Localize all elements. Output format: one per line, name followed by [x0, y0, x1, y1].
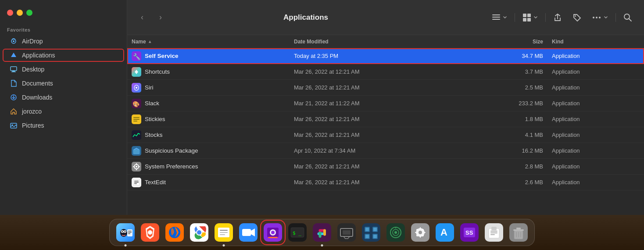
svg-rect-68 — [220, 230, 228, 231]
dock-item-finder[interactable] — [114, 221, 137, 244]
sidebar-item-applications[interactable]: Applications — [3, 49, 124, 62]
dock-item-selfservice2[interactable]: SS — [458, 221, 481, 244]
minimize-button[interactable] — [17, 10, 23, 16]
dock-item-proximity[interactable] — [384, 221, 407, 244]
file-row-textedit[interactable]: TextEdit Mar 26, 2022 at 12:21 AM 2.6 MB… — [127, 175, 644, 190]
file-row-stickies[interactable]: Stickies Mar 26, 2022 at 12:21 AM 1.8 MB… — [127, 111, 644, 127]
stocks-name: Stocks — [145, 132, 163, 138]
system-preferences-size: 2.8 MB — [495, 163, 552, 170]
file-row-siri[interactable]: Siri Mar 26, 2022 at 12:21 AM 2.5 MB App… — [127, 80, 644, 96]
sidebar-item-documents[interactable]: Documents — [3, 77, 124, 90]
svg-text:🎨: 🎨 — [132, 100, 140, 108]
svg-rect-88 — [343, 230, 351, 235]
dock-item-clipboard[interactable] — [483, 221, 505, 244]
dock-item-slack-dock[interactable] — [311, 221, 333, 244]
name-header[interactable]: Name ▲ — [132, 39, 294, 45]
sidebar-item-airdrop[interactable]: AirDrop — [3, 35, 124, 48]
list-view-button[interactable] — [489, 11, 510, 24]
self-service-kind: Application — [552, 53, 640, 59]
svg-rect-6 — [11, 123, 17, 128]
svg-rect-8 — [492, 14, 500, 15]
dock-item-self-service[interactable] — [261, 221, 284, 244]
svg-rect-13 — [523, 18, 526, 21]
more-options-button[interactable] — [589, 11, 611, 25]
applications-label: Applications — [22, 52, 55, 59]
sidebar-item-desktop[interactable]: Desktop — [3, 63, 124, 76]
pictures-label: Pictures — [22, 122, 44, 129]
date-header[interactable]: Date Modified — [294, 39, 495, 45]
divider-2 — [545, 13, 546, 22]
dock-item-notes[interactable] — [212, 221, 235, 244]
svg-rect-14 — [527, 18, 531, 21]
grid-view-button[interactable] — [519, 11, 541, 24]
dock-item-firefox[interactable] — [163, 221, 186, 244]
svg-rect-83 — [319, 231, 322, 238]
dock-item-trash[interactable] — [507, 221, 530, 244]
dock-item-brave[interactable] — [139, 221, 161, 244]
finder-window: Favorites AirDrop Applications — [0, 0, 644, 215]
textedit-size: 2.6 MB — [495, 179, 552, 186]
maximize-button[interactable] — [26, 10, 32, 16]
svg-rect-94 — [365, 228, 369, 231]
sidebar-item-jorozco[interactable]: jorozco — [3, 105, 124, 118]
finder-dot — [125, 244, 127, 246]
toolbar-actions — [489, 11, 635, 25]
sidebar-item-pictures[interactable]: Pictures — [3, 119, 124, 132]
dock-item-zoom[interactable] — [237, 221, 260, 244]
svg-rect-54 — [127, 229, 132, 236]
divider-1 — [515, 13, 515, 22]
svg-rect-124 — [490, 234, 495, 235]
downloads-icon — [10, 93, 18, 101]
svg-rect-4 — [11, 71, 16, 72]
dock-item-terminal[interactable]: $ _ — [286, 221, 309, 244]
svg-rect-128 — [516, 228, 521, 230]
dock-item-chrome[interactable] — [188, 221, 211, 244]
svg-point-53 — [125, 231, 126, 232]
slack-icon: 🎨 — [132, 99, 141, 108]
stocks-icon — [132, 130, 141, 140]
file-row-stocks[interactable]: Stocks Mar 26, 2022 at 12:21 AM 4.1 MB A… — [127, 127, 644, 143]
svg-rect-11 — [523, 14, 526, 17]
svg-point-59 — [148, 230, 152, 235]
file-row-self-service[interactable]: 🔧 Self Service Today at 2:35 PM 34.7 MB … — [127, 48, 644, 64]
svg-rect-29 — [133, 117, 140, 118]
desktop-label: Desktop — [22, 66, 44, 73]
file-row-shortcuts[interactable]: Shortcuts Mar 26, 2022 at 12:21 AM 3.7 M… — [127, 64, 644, 80]
stickies-name: Stickies — [145, 116, 165, 122]
svg-rect-122 — [490, 231, 497, 232]
svg-text:$ _: $ _ — [293, 230, 301, 236]
system-preferences-kind: Application — [552, 163, 640, 170]
close-button[interactable] — [7, 10, 13, 16]
size-header[interactable]: Size — [495, 39, 552, 45]
tag-button[interactable] — [569, 11, 584, 24]
dock-item-display[interactable] — [335, 221, 358, 244]
file-row-system-preferences[interactable]: System Preferences Mar 26, 2022 at 12:21… — [127, 159, 644, 175]
svg-rect-40 — [133, 166, 134, 167]
slack-dot — [321, 244, 323, 246]
sidebar-item-downloads[interactable]: Downloads — [3, 91, 124, 104]
file-row-suspicious-package[interactable]: Suspicious Package Apr 10, 2022 at 7:34 … — [127, 143, 644, 159]
dock-container: $ _ — [0, 215, 644, 250]
jorozco-label: jorozco — [22, 108, 42, 115]
shortcuts-icon — [132, 67, 141, 77]
svg-text:SS: SS — [465, 229, 473, 236]
system-preferences-icon — [132, 162, 141, 171]
siri-icon — [132, 83, 141, 93]
dock-item-appstore[interactable]: A — [433, 221, 456, 244]
svg-rect-30 — [133, 119, 140, 120]
svg-rect-2 — [11, 67, 17, 71]
column-headers: Name ▲ Date Modified Size Kind — [127, 35, 644, 48]
search-button[interactable] — [620, 11, 635, 24]
slack-date: Mar 21, 2022 at 11:22 AM — [294, 100, 495, 107]
dock-item-sysprefs[interactable] — [409, 221, 432, 244]
dock-item-matrix[interactable] — [360, 221, 383, 244]
svg-rect-3 — [12, 71, 15, 71]
notes-dot — [223, 244, 225, 246]
svg-point-1 — [13, 40, 14, 42]
share-button[interactable] — [550, 11, 565, 24]
svg-point-15 — [575, 15, 576, 17]
kind-header[interactable]: Kind — [552, 39, 640, 45]
svg-point-17 — [596, 17, 597, 18]
file-row-slack[interactable]: 🎨 Slack Mar 21, 2022 at 11:22 AM 233.2 M… — [127, 96, 644, 111]
svg-point-65 — [197, 230, 201, 235]
